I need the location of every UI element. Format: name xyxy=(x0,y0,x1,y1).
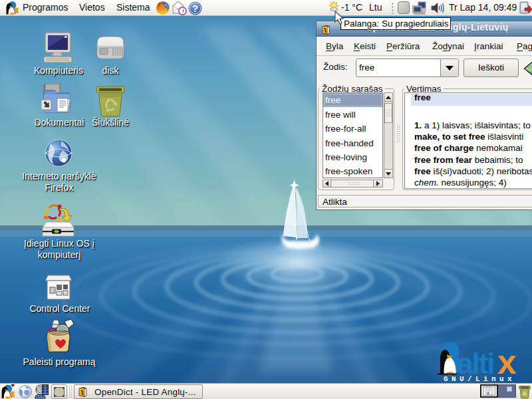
svg-text:GNU/Linux: GNU/Linux xyxy=(444,375,515,383)
svg-text:?: ? xyxy=(192,3,198,14)
